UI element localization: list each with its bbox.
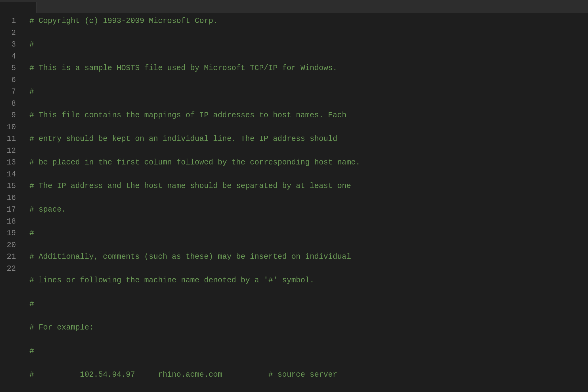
code-line: # space. xyxy=(29,204,588,216)
code-line: # This file contains the mappings of IP … xyxy=(29,110,588,122)
line-number: 18 xyxy=(0,216,17,228)
line-number: 22 xyxy=(0,263,17,275)
line-number: 21 xyxy=(0,251,17,263)
code-line: # This is a sample HOSTS file used by Mi… xyxy=(29,62,588,74)
line-number: 2 xyxy=(0,27,17,39)
line-number: 9 xyxy=(0,110,17,122)
code-line: # The IP address and the host name shoul… xyxy=(29,180,588,192)
code-line: # 102.54.94.97 rhino.acme.com # source s… xyxy=(29,369,588,381)
code-line: # xyxy=(29,39,588,51)
line-number: 5 xyxy=(0,62,17,74)
tab-bar xyxy=(0,0,588,13)
line-number: 11 xyxy=(0,133,17,145)
code-line: # entry should be kept on an individual … xyxy=(29,133,588,145)
line-number: 1 xyxy=(0,15,17,27)
line-number: 17 xyxy=(0,204,17,216)
line-number: 10 xyxy=(0,122,17,134)
line-number: 6 xyxy=(0,74,17,86)
line-number: 14 xyxy=(0,169,17,181)
code-line: # xyxy=(29,345,588,357)
line-number: 16 xyxy=(0,192,17,204)
code-line: # xyxy=(29,228,588,239)
line-number: 19 xyxy=(0,228,17,239)
line-number: 8 xyxy=(0,98,17,110)
line-number: 7 xyxy=(0,86,17,98)
line-numbers: 12345678910111213141516171819202122 xyxy=(0,13,22,392)
code-line: # lines or following the machine name de… xyxy=(29,275,588,287)
code-line: # For example: xyxy=(29,322,588,334)
code-line: # xyxy=(29,298,588,310)
code-line: # be placed in the first column followed… xyxy=(29,157,588,169)
line-number: 12 xyxy=(0,145,17,157)
line-number: 13 xyxy=(0,157,17,169)
code-line: # Additionally, comments (such as these)… xyxy=(29,251,588,263)
code-line: # Copyright (c) 1993-2009 Microsoft Corp… xyxy=(29,15,588,27)
line-number: 4 xyxy=(0,51,17,63)
code-content[interactable]: # Copyright (c) 1993-2009 Microsoft Corp… xyxy=(22,13,588,392)
line-number: 20 xyxy=(0,239,17,251)
tab-hosts[interactable] xyxy=(0,2,37,13)
tab-close-button[interactable] xyxy=(8,5,13,10)
code-line: # xyxy=(29,86,588,98)
editor-area: 12345678910111213141516171819202122 # Co… xyxy=(0,13,588,392)
line-number: 3 xyxy=(0,39,17,51)
line-number: 15 xyxy=(0,180,17,192)
